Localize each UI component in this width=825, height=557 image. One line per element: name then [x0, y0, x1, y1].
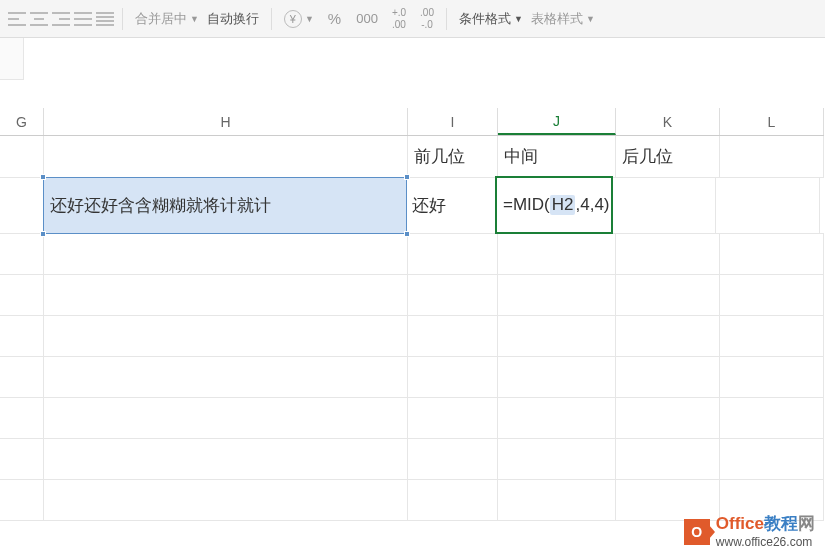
cell[interactable]	[44, 357, 408, 397]
cell[interactable]	[720, 357, 824, 397]
cell[interactable]	[408, 316, 498, 356]
cell[interactable]	[44, 480, 408, 520]
column-header-j[interactable]: J	[498, 108, 616, 135]
cell-j1[interactable]: 中间	[498, 136, 616, 177]
cell[interactable]	[498, 275, 616, 315]
cell[interactable]	[408, 398, 498, 438]
formula-text: ,4,4)	[575, 195, 609, 215]
column-header-h[interactable]: H	[44, 108, 408, 135]
cell[interactable]	[44, 275, 408, 315]
cell-i1[interactable]: 前几位	[408, 136, 498, 177]
percent-icon: %	[328, 10, 342, 27]
cell[interactable]	[616, 316, 720, 356]
table-style-label: 表格样式	[531, 10, 583, 28]
cell[interactable]	[0, 316, 44, 356]
cell[interactable]	[498, 439, 616, 479]
cell-g2[interactable]	[0, 178, 44, 233]
cell-i2[interactable]: 还好	[406, 178, 496, 233]
cell[interactable]	[720, 275, 824, 315]
cell[interactable]	[720, 234, 824, 274]
table-row: 前几位 中间 后几位	[0, 136, 824, 178]
cell[interactable]	[408, 480, 498, 520]
cell[interactable]	[0, 357, 44, 397]
row-header-area	[0, 38, 24, 80]
table-row	[0, 234, 824, 275]
brand-url: www.office26.com	[716, 536, 815, 549]
cell[interactable]	[0, 234, 44, 274]
cell-k1[interactable]: 后几位	[616, 136, 720, 177]
cell[interactable]	[408, 357, 498, 397]
conditional-format-button[interactable]: 条件格式 ▼	[455, 8, 527, 30]
cell[interactable]	[616, 357, 720, 397]
brand-icon: O	[684, 519, 710, 545]
cell[interactable]	[498, 316, 616, 356]
separator	[446, 8, 447, 30]
cell-l1[interactable]	[720, 136, 824, 177]
separator	[122, 8, 123, 30]
cell[interactable]	[498, 480, 616, 520]
align-center-icon[interactable]	[30, 12, 48, 26]
chevron-down-icon: ▼	[514, 14, 523, 24]
cell[interactable]	[720, 316, 824, 356]
currency-icon: ¥	[284, 10, 302, 28]
number-format-group: ¥ ▼ % 000 +.0 .00 .00 -.0	[280, 6, 438, 32]
cell[interactable]	[616, 275, 720, 315]
percent-button[interactable]: %	[324, 8, 346, 29]
currency-button[interactable]: ¥ ▼	[280, 8, 318, 30]
thousands-button[interactable]: 000	[352, 9, 382, 28]
chevron-down-icon: ▼	[305, 14, 314, 24]
cell[interactable]	[408, 439, 498, 479]
merge-label: 合并居中	[135, 10, 187, 28]
indent-icon[interactable]	[96, 12, 114, 26]
cell[interactable]	[44, 439, 408, 479]
cell[interactable]	[616, 398, 720, 438]
cell[interactable]	[720, 398, 824, 438]
align-right-icon[interactable]	[52, 12, 70, 26]
merge-center-button[interactable]: 合并居中 ▼	[131, 8, 203, 30]
decrease-decimal-button[interactable]: .00 -.0	[416, 6, 438, 32]
brand-title: Office教程网	[716, 515, 815, 534]
increase-decimal-button[interactable]: +.0 .00	[388, 6, 410, 32]
selection-handle-icon[interactable]	[40, 174, 46, 180]
selection-handle-icon[interactable]	[404, 174, 410, 180]
table-row: 还好还好含含糊糊就将计就计 还好 =MID(H2,4,4)	[0, 178, 824, 234]
cell[interactable]	[498, 234, 616, 274]
align-left-icon[interactable]	[8, 12, 26, 26]
cell[interactable]	[0, 275, 44, 315]
selection-handle-icon[interactable]	[40, 231, 46, 237]
cell[interactable]	[0, 480, 44, 520]
cell[interactable]	[0, 398, 44, 438]
table-row	[0, 398, 824, 439]
column-header-g[interactable]: G	[0, 108, 44, 135]
cell-k2[interactable]	[612, 178, 716, 233]
cond-format-label: 条件格式	[459, 10, 511, 28]
cell-l2[interactable]	[716, 178, 820, 233]
cell[interactable]	[720, 439, 824, 479]
toolbar: 合并居中 ▼ 自动换行 ¥ ▼ % 000 +.0 .00 .00 -.0 条件…	[0, 0, 825, 38]
chevron-down-icon: ▼	[190, 14, 199, 24]
cell[interactable]	[44, 234, 408, 274]
cell[interactable]	[498, 357, 616, 397]
align-justify-icon[interactable]	[74, 12, 92, 26]
cell[interactable]	[44, 316, 408, 356]
wrap-text-button[interactable]: 自动换行	[203, 8, 263, 30]
cell-j2-editing[interactable]: =MID(H2,4,4)	[495, 176, 613, 234]
table-row	[0, 316, 824, 357]
cell-h1[interactable]	[44, 136, 408, 177]
cell[interactable]	[44, 398, 408, 438]
cell[interactable]	[0, 439, 44, 479]
column-header-k[interactable]: K	[616, 108, 720, 135]
cell-h2-selected[interactable]: 还好还好含含糊糊就将计就计	[43, 177, 407, 234]
cell[interactable]	[408, 275, 498, 315]
cell-g1[interactable]	[0, 136, 44, 177]
column-header-i[interactable]: I	[408, 108, 498, 135]
selection-handle-icon[interactable]	[404, 231, 410, 237]
cell[interactable]	[498, 398, 616, 438]
cell[interactable]	[616, 234, 720, 274]
chevron-down-icon: ▼	[586, 14, 595, 24]
cell[interactable]	[408, 234, 498, 274]
cell[interactable]	[616, 480, 720, 520]
table-style-button[interactable]: 表格样式 ▼	[527, 8, 599, 30]
column-header-l[interactable]: L	[720, 108, 824, 135]
cell[interactable]	[616, 439, 720, 479]
